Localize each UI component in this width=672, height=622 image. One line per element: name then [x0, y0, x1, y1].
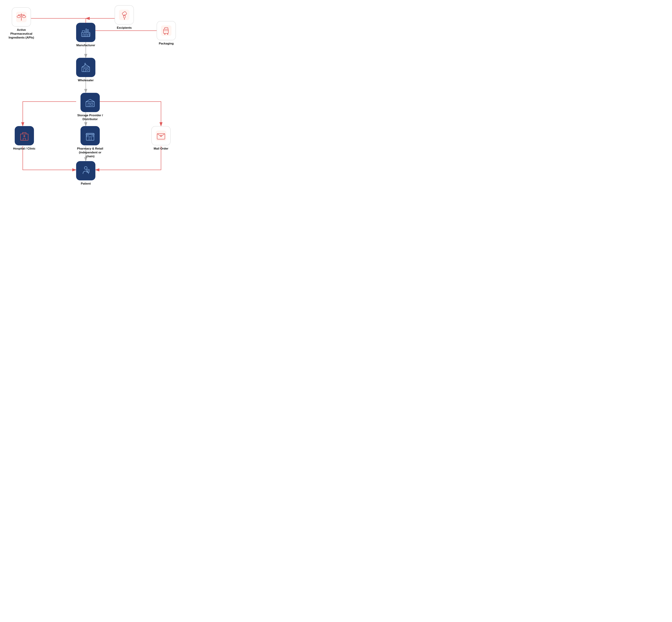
packaging-icon-box	[157, 21, 176, 40]
svg-rect-34	[85, 63, 85, 65]
hospital-label: Hospital / Clinic	[13, 147, 36, 150]
svg-rect-33	[86, 68, 88, 70]
svg-rect-28	[83, 34, 84, 37]
svg-point-50	[84, 167, 87, 169]
excipients-icon-box	[115, 5, 134, 25]
patient-node: Patient	[76, 161, 96, 185]
svg-rect-30	[88, 34, 89, 37]
svg-rect-27	[87, 30, 88, 32]
supply-chain-diagram: Active PharmaceuticalIngredients (APIs) …	[0, 0, 192, 185]
patient-icon-box	[76, 161, 96, 180]
wholesaler-icon-box	[76, 58, 96, 77]
svg-rect-41	[23, 138, 26, 140]
manufacturer-icon-box	[76, 23, 96, 42]
svg-point-23	[167, 34, 168, 35]
svg-rect-45	[87, 135, 88, 137]
excipients-node: Excipients	[115, 5, 134, 30]
mailorder-node: Mail Order	[151, 126, 171, 150]
storage-icon-box	[80, 93, 100, 112]
mailorder-icon-box	[151, 126, 171, 145]
storage-label: Storage Provider / Distributor	[76, 113, 104, 121]
api-icon-box	[12, 7, 31, 27]
pharmacy-label: Pharmacy & Retail(independent or chain)	[76, 147, 104, 158]
svg-rect-26	[86, 29, 87, 32]
manufacturer-node: Manufacturer	[76, 23, 96, 47]
svg-rect-44	[89, 137, 91, 140]
svg-point-22	[164, 34, 165, 35]
svg-point-17	[124, 19, 125, 20]
patient-label: Patient	[81, 182, 91, 185]
svg-rect-36	[88, 103, 90, 107]
hospital-node: Hospital / Clinic	[13, 126, 36, 150]
packaging-node: Packaging	[157, 21, 176, 45]
hospital-icon-box	[15, 126, 34, 145]
api-node: Active PharmaceuticalIngredients (APIs)	[7, 7, 35, 40]
svg-rect-25	[82, 31, 85, 32]
pharmacy-icon-box	[80, 126, 100, 145]
svg-rect-29	[85, 34, 87, 37]
api-label: Active PharmaceuticalIngredients (APIs)	[7, 28, 35, 40]
pharmacy-node: Pharmacy & Retail(independent or chain)	[76, 126, 104, 158]
svg-rect-46	[92, 135, 94, 137]
svg-rect-37	[91, 103, 93, 105]
packaging-label: Packaging	[159, 42, 174, 45]
storage-node: Storage Provider / Distributor	[76, 93, 104, 121]
svg-rect-42	[86, 135, 94, 140]
wholesaler-label: Wholesaler	[78, 78, 94, 82]
excipients-label: Excipients	[117, 26, 132, 30]
svg-rect-31	[82, 67, 89, 72]
manufacturer-label: Manufacturer	[76, 43, 95, 47]
svg-rect-32	[84, 68, 85, 72]
mailorder-label: Mail Order	[154, 147, 169, 150]
wholesaler-node: Wholesaler	[76, 58, 96, 82]
